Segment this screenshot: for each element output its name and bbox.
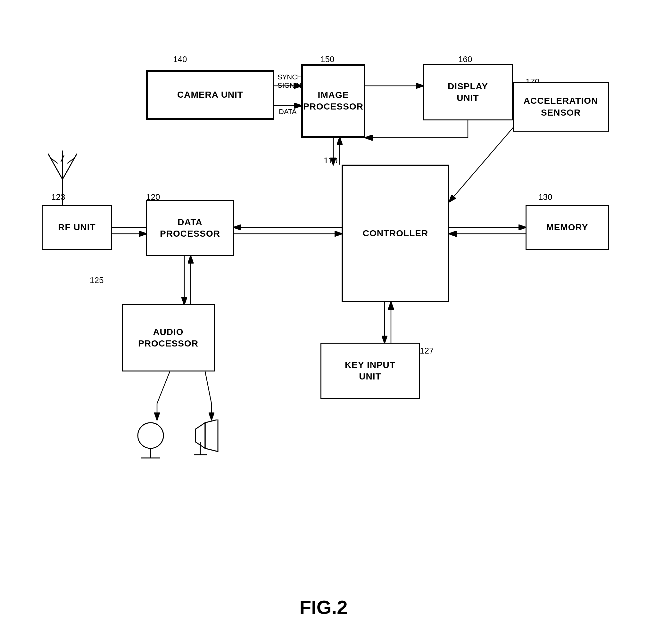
label-150: 150	[320, 55, 334, 64]
image-processor-block: IMAGEPROCESSOR	[301, 64, 365, 138]
audio-processor-block: AUDIOPROCESSOR	[122, 304, 215, 372]
microphone-icon	[135, 419, 167, 461]
camera-unit-block: CAMERA UNIT	[146, 70, 274, 120]
key-input-unit-block: KEY INPUTUNIT	[320, 343, 420, 399]
data-label: DATA	[279, 107, 296, 116]
svg-line-22	[205, 372, 212, 403]
label-110: 110	[324, 156, 338, 166]
antenna-icon	[42, 147, 86, 192]
label-140: 140	[173, 55, 187, 64]
svg-marker-39	[205, 419, 218, 452]
diagram: 140 150 160 170 110 120 123 130 125 127 …	[0, 0, 647, 644]
display-unit-block: DISPLAYUNIT	[423, 64, 513, 120]
memory-block: MEMORY	[525, 205, 609, 250]
label-130: 130	[538, 192, 552, 202]
label-123: 123	[51, 192, 65, 202]
svg-point-35	[138, 423, 163, 448]
controller-block: CONTROLLER	[342, 165, 449, 302]
acceleration-sensor-block: ACCELERATIONSENSOR	[513, 82, 609, 132]
label-125: 125	[90, 275, 103, 285]
label-160: 160	[458, 55, 472, 64]
rf-unit-block: RF UNIT	[42, 205, 112, 250]
svg-line-20	[157, 372, 170, 403]
svg-line-28	[48, 154, 63, 179]
figure-label: FIG.2	[299, 596, 347, 618]
data-processor-block: DATAPROCESSOR	[146, 200, 234, 256]
speaker-icon	[192, 419, 224, 461]
svg-line-30	[63, 154, 77, 179]
label-127: 127	[420, 346, 434, 356]
